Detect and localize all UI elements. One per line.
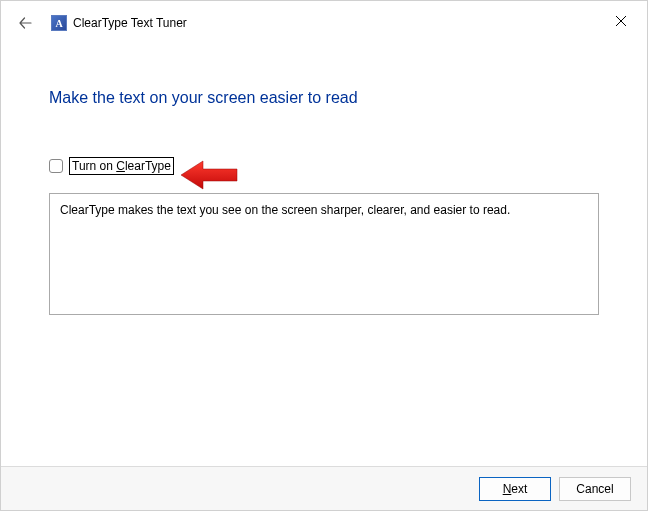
footer: Next Cancel [1, 466, 647, 510]
turn-on-cleartype-checkbox[interactable] [49, 159, 63, 173]
turn-on-cleartype-label[interactable]: Turn on ClearType [69, 157, 174, 175]
back-arrow-icon [17, 15, 33, 31]
content-area: Make the text on your screen easier to r… [1, 89, 647, 315]
description-box: ClearType makes the text you see on the … [49, 193, 599, 315]
close-icon [615, 15, 627, 27]
cancel-button[interactable]: Cancel [559, 477, 631, 501]
titlebar: A ClearType Text Tuner [1, 1, 647, 45]
description-text: ClearType makes the text you see on the … [60, 203, 510, 217]
back-button[interactable] [13, 11, 37, 35]
window-title: ClearType Text Tuner [73, 16, 187, 30]
next-button[interactable]: Next [479, 477, 551, 501]
page-heading: Make the text on your screen easier to r… [49, 89, 599, 107]
app-icon: A [51, 15, 67, 31]
close-button[interactable] [605, 9, 637, 33]
